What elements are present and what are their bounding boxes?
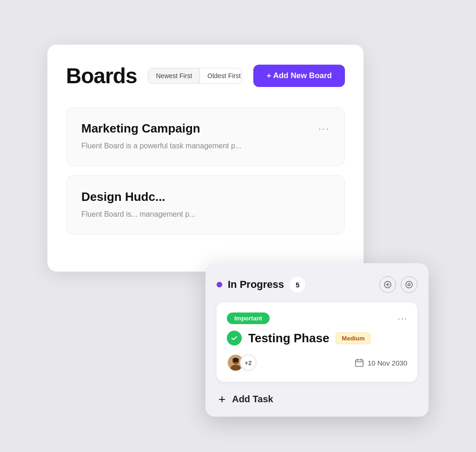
task-due-date: 10 Nov 2030 [355,358,407,367]
svg-point-3 [406,281,412,288]
svg-point-4 [408,284,410,286]
page-title: Boards [66,63,137,88]
column-status-dot [217,282,222,287]
board-card-2-header: Design Hudc... [81,190,330,204]
sort-tabs: Newest First Oldest First By Name [148,68,242,84]
task-priority-badge: Medium [336,332,370,344]
gear-icon [405,280,413,289]
board-card-1-title: Marketing Campaign [81,121,200,136]
due-date-text: 10 Nov 2030 [368,359,407,367]
column-panel: In Progress 5 [205,263,429,417]
plus-circle-icon [384,281,391,288]
task-title: Testing Phase [248,331,329,346]
add-board-button[interactable]: + Add New Board [253,65,345,87]
board-card-1-header: Marketing Campaign ··· [81,121,330,136]
board-card-2-desc: Fluent Board is... management p... [81,209,330,220]
add-task-plus-icon: + [218,392,225,406]
board-card-1-desc: Fluent Board is a powerful task manageme… [81,140,330,152]
board-card-2: Design Hudc... Fluent Board is... manage… [66,175,345,234]
column-actions [379,276,417,293]
add-task-label: Add Task [232,394,273,405]
board-card-2-title: Design Hudc... [81,190,165,204]
task-tag: Important [227,312,270,324]
calendar-icon [355,358,364,367]
avatar-extra-count: +2 [240,354,257,371]
task-card-top: Important ⋮ [227,312,407,324]
sort-oldest[interactable]: Oldest First [200,68,242,83]
add-column-item-button[interactable] [379,276,396,293]
svg-rect-9 [356,360,363,367]
column-settings-button[interactable] [401,276,417,293]
task-complete-icon [227,331,242,346]
column-title: In Progress [228,279,284,291]
boards-header: Boards Newest First Oldest First By Name… [66,63,345,88]
column-header: In Progress 5 [217,276,417,293]
add-task-row[interactable]: + Add Task [217,382,417,417]
board-card-1: Marketing Campaign ··· Fluent Board is a… [66,107,345,166]
sort-newest[interactable]: Newest First [148,68,200,83]
task-avatars: +2 [227,354,257,372]
task-card: Important ⋮ Testing Phase Medium [217,302,417,382]
boards-panel: Boards Newest First Oldest First By Name… [47,45,364,272]
task-menu-icon[interactable]: ⋮ [396,313,407,324]
column-count-badge: 5 [290,277,305,292]
task-footer: +2 10 Nov 2030 [227,354,407,372]
task-title-row: Testing Phase Medium [227,331,407,346]
svg-point-7 [231,365,240,371]
board-card-1-menu[interactable]: ··· [318,123,330,135]
